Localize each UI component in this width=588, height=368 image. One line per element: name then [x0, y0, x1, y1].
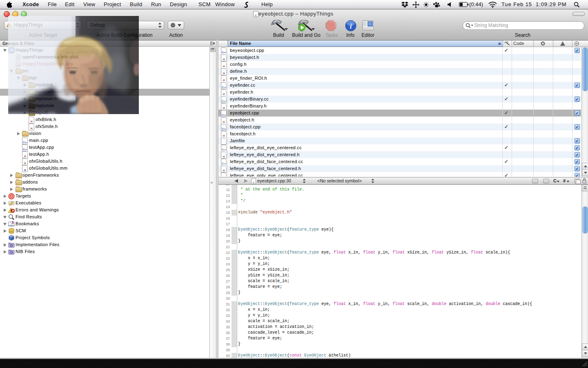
svg-text:i: i	[350, 22, 352, 30]
